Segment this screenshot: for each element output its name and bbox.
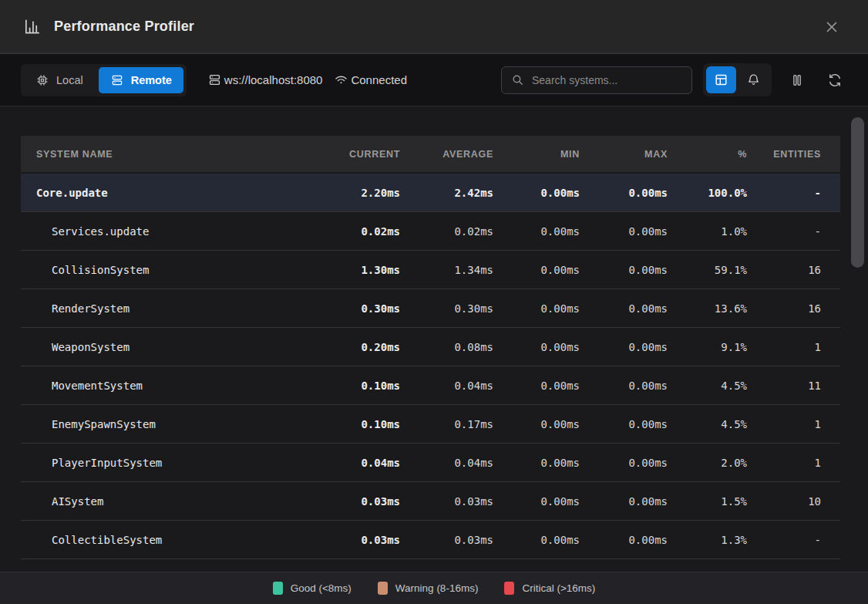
- close-button[interactable]: [819, 14, 845, 40]
- table-row[interactable]: PlayerInputSystem0.04ms0.04ms0.00ms0.00m…: [21, 444, 840, 482]
- cell-ent: 1: [747, 418, 821, 430]
- table-row[interactable]: WeaponSystem0.20ms0.08ms0.00ms0.00ms9.1%…: [21, 328, 840, 366]
- legend-swatch: [378, 582, 388, 595]
- cell-max: 0.00ms: [580, 302, 668, 315]
- cell-min: 0.00ms: [493, 380, 580, 392]
- column-header[interactable]: MIN: [493, 149, 580, 160]
- cell-name: WeaponSystem: [36, 341, 311, 353]
- cell-pct: 59.1%: [668, 264, 747, 276]
- scrollbar-thumb[interactable]: [851, 117, 864, 268]
- cell-current: 1.30ms: [311, 264, 400, 276]
- mode-toggle-group: Local Remote: [21, 64, 187, 96]
- column-header[interactable]: SYSTEM NAME: [36, 149, 311, 160]
- close-icon: [823, 19, 840, 35]
- cell-current: 0.30ms: [311, 302, 400, 315]
- connection-url: ws://localhost:8080: [224, 73, 323, 86]
- cell-name: CollectibleSystem: [36, 534, 311, 546]
- page-title: Performance Profiler: [54, 19, 194, 35]
- cell-pct: 9.1%: [668, 341, 747, 353]
- systems-table: SYSTEM NAMECURRENTAVERAGEMINMAX%ENTITIES…: [21, 136, 840, 559]
- cell-current: 0.03ms: [311, 534, 400, 546]
- cell-max: 0.00ms: [580, 457, 668, 469]
- cell-ent: 1: [747, 341, 821, 353]
- cell-min: 0.00ms: [493, 418, 580, 430]
- table-row[interactable]: AISystem0.03ms0.03ms0.00ms0.00ms1.5%10: [21, 482, 840, 521]
- cell-current: 0.10ms: [311, 418, 400, 430]
- cell-min: 0.00ms: [493, 187, 580, 199]
- cell-pct: 4.5%: [668, 380, 747, 392]
- legend-footer: Good (<8ms)Warning (8-16ms)Critical (>16…: [0, 572, 868, 604]
- local-mode-label: Local: [56, 74, 83, 86]
- cpu-icon: [35, 73, 49, 87]
- remote-mode-button[interactable]: Remote: [99, 67, 183, 93]
- column-header[interactable]: AVERAGE: [400, 149, 493, 160]
- cell-avg: 0.08ms: [400, 341, 493, 353]
- cell-max: 0.00ms: [580, 380, 668, 392]
- table-row[interactable]: RenderSystem0.30ms0.30ms0.00ms0.00ms13.6…: [21, 289, 840, 328]
- legend-item: Critical (>16ms): [504, 582, 595, 595]
- table-row[interactable]: Core.update2.20ms2.42ms0.00ms0.00ms100.0…: [21, 174, 840, 212]
- table-view-button[interactable]: [706, 66, 736, 93]
- pause-button[interactable]: [785, 68, 809, 93]
- cell-ent: -: [747, 225, 821, 238]
- cell-pct: 4.5%: [668, 418, 747, 430]
- legend-item: Good (<8ms): [273, 582, 352, 595]
- wifi-icon: [334, 73, 348, 87]
- cell-ent: 10: [747, 495, 821, 508]
- table-icon: [714, 73, 728, 87]
- cell-current: 0.10ms: [311, 380, 400, 392]
- legend-item: Warning (8-16ms): [378, 582, 479, 595]
- connection-info: ws://localhost:8080 Connected: [207, 73, 407, 87]
- refresh-icon: [827, 73, 843, 88]
- cell-current: 0.02ms: [311, 225, 400, 238]
- table-row[interactable]: CollisionSystem1.30ms1.34ms0.00ms0.00ms5…: [21, 251, 840, 289]
- table-row[interactable]: Services.update0.02ms0.02ms0.00ms0.00ms1…: [21, 212, 840, 251]
- cell-min: 0.00ms: [493, 264, 580, 276]
- cell-min: 0.00ms: [493, 341, 580, 353]
- cell-avg: 1.34ms: [400, 264, 493, 276]
- column-header[interactable]: CURRENT: [311, 149, 400, 160]
- cell-current: 0.04ms: [311, 457, 400, 469]
- search-input[interactable]: [532, 74, 682, 86]
- column-header[interactable]: ENTITIES: [747, 149, 821, 160]
- cell-max: 0.00ms: [580, 341, 668, 353]
- cell-name: CollisionSystem: [36, 264, 311, 276]
- cell-min: 0.00ms: [493, 534, 580, 546]
- table-row[interactable]: CollectibleSystem0.03ms0.03ms0.00ms0.00m…: [21, 521, 840, 559]
- search-box: [501, 66, 692, 94]
- table-header: SYSTEM NAMECURRENTAVERAGEMINMAX%ENTITIES: [21, 136, 840, 172]
- cell-min: 0.00ms: [493, 495, 580, 508]
- table-row[interactable]: EnemySpawnSystem0.10ms0.17ms0.00ms0.00ms…: [21, 405, 840, 444]
- refresh-button[interactable]: [823, 68, 847, 93]
- table-body: Core.update2.20ms2.42ms0.00ms0.00ms100.0…: [21, 174, 840, 559]
- cell-ent: 11: [747, 380, 821, 392]
- cell-max: 0.00ms: [580, 418, 668, 430]
- cell-avg: 2.42ms: [400, 187, 493, 199]
- table-row[interactable]: MovementSystem0.10ms0.04ms0.00ms0.00ms4.…: [21, 366, 840, 405]
- local-mode-button[interactable]: Local: [24, 67, 95, 93]
- column-header[interactable]: MAX: [580, 149, 668, 160]
- server-icon: [110, 73, 124, 87]
- cell-avg: 0.03ms: [400, 534, 493, 546]
- titlebar: Performance Profiler: [0, 0, 868, 54]
- cell-avg: 0.04ms: [400, 457, 493, 469]
- legend-label: Critical (>16ms): [522, 582, 595, 594]
- cell-current: 0.03ms: [311, 495, 400, 508]
- alerts-button[interactable]: [738, 66, 769, 93]
- legend-swatch: [504, 582, 514, 595]
- cell-pct: 100.0%: [668, 187, 747, 199]
- cell-ent: 16: [747, 264, 821, 276]
- server-icon: [207, 73, 222, 87]
- cell-avg: 0.30ms: [400, 302, 493, 315]
- cell-avg: 0.03ms: [400, 495, 493, 508]
- cell-current: 2.20ms: [311, 187, 400, 199]
- view-toggle-group: [703, 63, 772, 96]
- cell-avg: 0.04ms: [400, 380, 493, 392]
- column-header[interactable]: %: [668, 149, 747, 160]
- cell-ent: -: [747, 534, 821, 546]
- cell-current: 0.20ms: [311, 341, 400, 353]
- cell-name: MovementSystem: [36, 380, 311, 392]
- cell-avg: 0.17ms: [400, 418, 493, 430]
- vertical-scrollbar[interactable]: [851, 114, 864, 566]
- toolbar: Local Remote ws://localhost:8080: [0, 54, 868, 106]
